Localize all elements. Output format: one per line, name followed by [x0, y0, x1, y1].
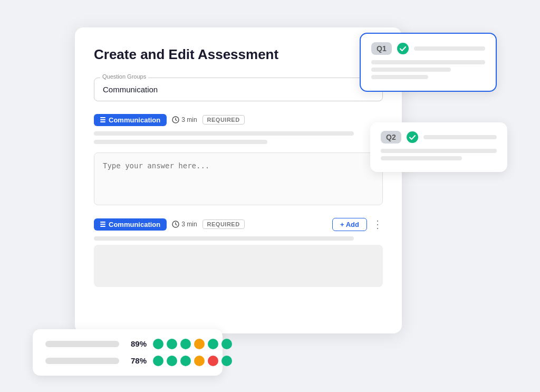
- q2-bar: [423, 135, 497, 139]
- dot-2-5: [208, 356, 218, 366]
- scene: Create and Edit Assessment Question Grou…: [33, 17, 507, 376]
- q1-header: Q1: [371, 42, 485, 55]
- q2-header: Q2: [381, 131, 497, 144]
- svg-point-3: [407, 131, 418, 143]
- question-groups-dropdown[interactable]: Communication ⌄: [94, 78, 383, 101]
- stat-row-1: 89%: [45, 339, 210, 349]
- dots-1: [153, 339, 232, 349]
- more-menu-button[interactable]: ⋮: [372, 219, 383, 230]
- q2-card: Q2: [370, 122, 507, 172]
- q1-line-c: [371, 75, 428, 79]
- dot-1-5: [208, 339, 218, 349]
- q1-badge: Q1: [371, 42, 392, 55]
- time-tag-2: 3 min: [172, 221, 197, 228]
- question-block-2: Communication 3 min REQUIRED + Add ⋮: [94, 218, 383, 287]
- dot-1-6: [221, 339, 232, 349]
- dot-2-3: [180, 356, 191, 366]
- dot-1-1: [153, 339, 163, 349]
- stat-pct-2: 78%: [126, 356, 147, 365]
- page-title: Create and Edit Assessment: [94, 46, 383, 63]
- stat-row-2: 78%: [45, 356, 210, 366]
- dot-1-3: [180, 339, 191, 349]
- dot-2-1: [153, 356, 163, 366]
- check-icon-q1: [397, 43, 409, 54]
- add-button[interactable]: + Add: [332, 218, 367, 231]
- stat-pct-1: 89%: [126, 339, 147, 348]
- field-label: Question Groups: [100, 73, 148, 80]
- dropdown-value: Communication: [103, 85, 158, 94]
- clock-icon: [172, 116, 179, 123]
- q2-line-b: [381, 156, 462, 160]
- q1-line-a: [371, 60, 485, 64]
- question-block-1: Communication 3 min REQUIRED: [94, 114, 383, 207]
- time-tag-1: 3 min: [172, 116, 197, 123]
- q1-bar: [414, 46, 485, 51]
- question-meta-2: Communication 3 min REQUIRED + Add ⋮: [94, 218, 383, 231]
- list-icon: [100, 117, 105, 122]
- q1-card: Q1: [360, 33, 497, 92]
- question-groups-field[interactable]: Question Groups Communication ⌄: [94, 78, 383, 101]
- dot-1-4: [194, 339, 205, 349]
- communication-tag-2[interactable]: Communication: [94, 218, 167, 231]
- clock-icon-2: [172, 221, 179, 228]
- main-card: Create and Edit Assessment Question Grou…: [75, 27, 402, 333]
- dots-2: [153, 356, 232, 366]
- q2-line-a: [381, 149, 497, 153]
- required-badge-2: REQUIRED: [202, 219, 245, 229]
- dot-2-2: [167, 356, 177, 366]
- dot-2-6: [221, 356, 232, 366]
- stat-bar-1: [45, 341, 119, 347]
- answer-textarea-1[interactable]: [94, 152, 383, 205]
- question-line-1a: [94, 131, 354, 136]
- stat-bar-2: [45, 358, 119, 364]
- svg-point-2: [397, 43, 409, 54]
- communication-tag-1[interactable]: Communication: [94, 114, 167, 126]
- stats-card: 89% 78%: [33, 329, 223, 376]
- q2-badge: Q2: [381, 131, 401, 144]
- question-meta-1: Communication 3 min REQUIRED: [94, 114, 383, 126]
- question-line-1b: [94, 140, 267, 144]
- list-icon-2: [100, 222, 105, 227]
- q1-line-b: [371, 68, 451, 72]
- required-badge-1: REQUIRED: [202, 115, 245, 125]
- dot-2-4: [194, 356, 205, 366]
- question-line-2a: [94, 236, 354, 241]
- check-icon-q2: [407, 131, 418, 143]
- answer-area-2: [94, 245, 383, 287]
- dot-1-2: [167, 339, 177, 349]
